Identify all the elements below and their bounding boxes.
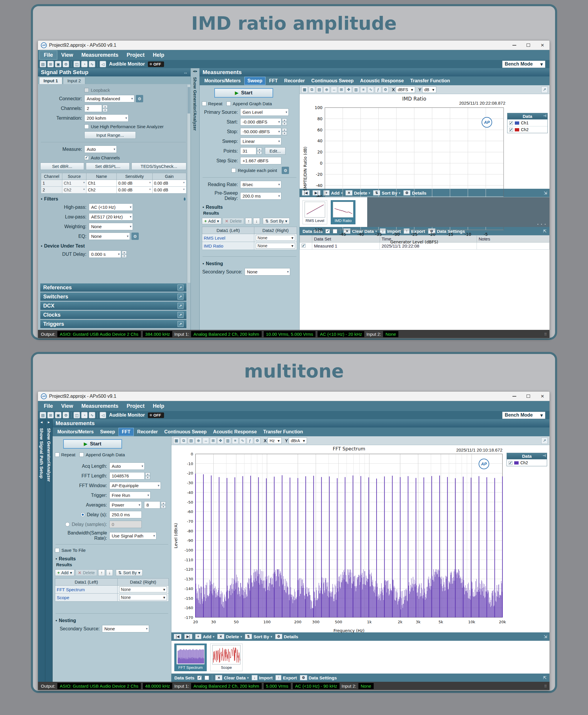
connector-settings-icon[interactable]: ⚙ [136,95,143,102]
secondary-source-select[interactable]: None▾ [245,268,290,275]
show-generator-analyzer-strip[interactable]: ▶ Show Generator/Analyzer [45,419,52,682]
thumbnail-imd-ratio[interactable]: IMD Ratio [331,200,355,224]
settings-icon[interactable]: ⚙ [63,61,69,67]
input1-connector-chip[interactable]: Analog Balanced 2 Ch, 200 kohm [191,331,261,337]
delete-result-button[interactable]: ✕Delete [76,569,97,576]
table-view-icon[interactable]: ▥ [353,86,359,93]
collapse-icon[interactable]: ⇱ [543,675,547,680]
open-panel-icon[interactable]: ↗ [177,303,184,309]
output-rate-chip[interactable]: 48.0000 kHz [143,683,172,689]
menu-file[interactable]: File [40,402,57,411]
input1-filter-chip[interactable]: AC (<10 Hz) - 20 kHz [317,331,364,337]
results-section[interactable]: •Results [56,556,169,562]
meter-icon[interactable]: ◫ [74,61,80,67]
spin-up-icon[interactable]: ▲ [103,105,108,108]
function-icon[interactable]: ƒ [247,438,253,444]
legend-item-ch1[interactable]: Ch1 [507,119,547,126]
imd-ratio-plot[interactable]: 100806040200-20-40-60-80-100-120-45-40-3… [299,94,549,189]
clear-data-button[interactable]: ⨯Clear Data▾ [215,675,248,680]
menu-help[interactable]: Help [149,51,168,59]
fft-length-spinner[interactable]: ▲▼ [145,472,150,480]
ch1-visibility-checkbox[interactable] [509,121,513,125]
minimize-button[interactable] [507,392,521,401]
monitor-speaker-icon[interactable]: ◁ [100,61,106,67]
input2-chip[interactable]: None [383,331,398,337]
result-scope[interactable]: Scope [55,594,118,602]
output-device-chip[interactable]: ASIO: Gustard USB Audio Device 2 Chs [57,331,141,337]
eq-select[interactable]: None▾ [89,233,130,240]
tab-input1[interactable]: Input 1 [39,77,62,84]
menu-measurements[interactable]: Measurements [77,51,123,59]
start-button[interactable]: ▶Start [63,439,122,449]
move-up-button[interactable]: ↑ [98,569,105,576]
source-select[interactable]: Ch1▾ [62,180,86,187]
tab-monitors-meters[interactable]: Monitors/Meters [202,77,244,85]
append-graph-checkbox[interactable] [226,101,231,106]
sensitivity-select[interactable]: 0.00 dB▾ [117,180,152,187]
row-checkbox[interactable] [302,244,306,248]
close-button[interactable]: ✕ [536,392,549,401]
cursor-icon[interactable]: ≡ [360,86,366,93]
start-level-spinner[interactable]: ▲▼ [282,119,287,126]
collapse-left-icon[interactable]: ◀ [41,421,43,424]
pin-icon[interactable]: ⊣ [543,114,546,118]
tab-input2[interactable]: Input 2 [63,77,85,84]
close-button[interactable]: ✕ [536,41,549,50]
set-dbspl-button[interactable]: Set dBSPL... [86,163,130,170]
menu-project[interactable]: Project [123,402,149,411]
menu-project[interactable]: Project [123,51,149,59]
tab-acoustic-response[interactable]: Acoustic Response [357,77,406,85]
menu-file[interactable]: File [40,51,57,59]
show-signal-path-strip[interactable]: ◀ Show Signal Path Setup [38,419,45,682]
high-performance-sine-checkbox[interactable] [84,124,89,129]
section-clocks[interactable]: Clocks↗ [40,311,186,319]
move-up-button[interactable]: ↑ [245,218,252,224]
tab-fft[interactable]: FFT [266,77,280,85]
input2-chip[interactable]: None [358,683,374,689]
append-graph-checkbox[interactable] [79,453,84,457]
data2-select[interactable]: None▾ [119,587,167,592]
save-to-file-checkbox[interactable] [55,548,59,552]
maximize-button[interactable] [521,41,536,50]
graph-layout-icon[interactable]: ▦ [173,438,180,444]
repeat-checkbox[interactable] [202,101,206,106]
delay-samples-input[interactable]: 0 [109,521,142,528]
legend-header[interactable]: Data⊣ [507,113,547,119]
legend-item-ch2[interactable]: Ch2 [507,459,547,466]
sps-scrollbar[interactable] [187,85,190,283]
collapse-left-icon[interactable]: ◀ [193,70,195,72]
result-rms-level[interactable]: RMS Level [202,234,254,242]
pin-icon[interactable]: ⊣ [543,454,546,458]
name-input[interactable]: Ch2 [86,187,117,193]
new-project-icon[interactable]: ▤ [40,412,46,418]
meter-icon[interactable]: ◫ [74,412,80,418]
averages-spinner[interactable]: ▲▼ [161,502,166,509]
points-input[interactable]: 31 [240,147,256,155]
tab-acoustic-response[interactable]: Acoustic Response [210,428,259,436]
legend-header[interactable]: Data⊣ [507,453,547,459]
open-project-icon[interactable]: ⊞ [47,412,54,418]
sweep-type-select[interactable]: Linear▾ [240,138,281,145]
collapse-icon[interactable]: ⇱ [543,229,547,233]
fft-length-input[interactable]: 1048576 [109,472,145,480]
show-generator-analyzer-strip[interactable]: ◀▶ Show Generator/Analyzer [191,68,200,330]
sensitivity-select[interactable]: 0.00 dB▾ [117,187,152,193]
nesting-section[interactable]: •Nesting [203,261,297,266]
dut-delay-spinner[interactable]: ▲▼ [122,251,127,258]
collapse-right-icon[interactable]: ▶ [195,70,197,72]
regulate-checkbox[interactable] [231,168,236,173]
save-project-icon[interactable]: ▣ [55,61,61,67]
spin-up-icon[interactable]: ▲ [122,251,127,254]
zoom-in-icon[interactable]: ⊕ [323,86,330,93]
graph-settings-icon[interactable]: ⚙ [382,86,388,93]
zoom-fit-icon[interactable]: ↔ [203,438,209,444]
primary-source-select[interactable]: Gen Level▾ [240,108,289,116]
dataset-compare-checkbox[interactable] [333,229,337,233]
tab-fft[interactable]: FFT [119,428,133,436]
points-spinner[interactable]: ▲▼ [257,148,262,155]
sort-by-button[interactable]: ⇅Sort By▾ [263,218,290,224]
wave-icon[interactable]: ∿ [368,86,374,93]
tab-recorder[interactable]: Recorder [134,428,161,436]
thumbnail-fft-spectrum[interactable]: FFT Spectrum [174,644,207,671]
averages-count-input[interactable]: 8 [144,501,160,509]
